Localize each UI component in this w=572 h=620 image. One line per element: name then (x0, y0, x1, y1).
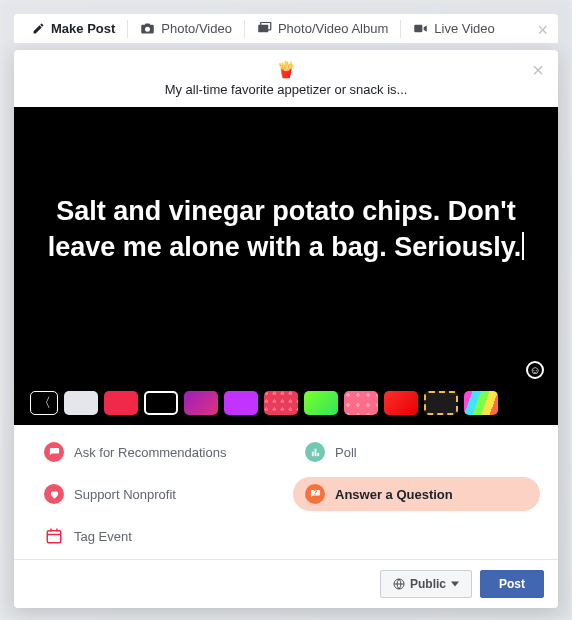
option-label: Support Nonprofit (74, 487, 176, 502)
option-recommendations[interactable]: Ask for Recommendations (32, 435, 279, 469)
tab-label: Photo/Video (161, 21, 232, 36)
svg-rect-5 (317, 452, 319, 455)
tabs-close-icon[interactable]: × (537, 20, 548, 41)
svg-rect-6 (47, 531, 61, 543)
camera-icon (140, 22, 155, 35)
swatch-7[interactable] (344, 391, 378, 415)
globe-icon (393, 578, 405, 590)
text-cursor (522, 232, 524, 260)
post-label: Post (499, 577, 525, 591)
poll-icon (305, 442, 325, 462)
calendar-icon (44, 526, 64, 546)
svg-rect-4 (314, 448, 316, 455)
composer-tabs: Make Post Photo/Video Photo/Video Album … (14, 14, 558, 44)
swatch-5[interactable] (264, 391, 298, 415)
tab-label: Live Video (434, 21, 494, 36)
chevron-down-icon (451, 580, 459, 588)
tab-label: Photo/Video Album (278, 21, 388, 36)
composer-modal: 🍟 My all-time favorite appetizer or snac… (14, 50, 558, 608)
fries-icon: 🍟 (54, 62, 518, 78)
option-nonprofit[interactable]: Support Nonprofit (32, 477, 279, 511)
tab-make-post[interactable]: Make Post (20, 14, 127, 44)
swatch-10[interactable] (464, 391, 498, 415)
swatch-2[interactable] (144, 391, 178, 415)
option-label: Ask for Recommendations (74, 445, 226, 460)
pencil-icon (32, 22, 45, 35)
svg-rect-2 (415, 25, 423, 33)
post-body-text[interactable]: Salt and vinegar potato chips. Don't lea… (34, 193, 538, 266)
swatch-0[interactable] (64, 391, 98, 415)
post-options: Ask for Recommendations Poll Support Non… (14, 425, 558, 559)
tab-album[interactable]: Photo/Video Album (245, 14, 400, 44)
swatch-8[interactable] (384, 391, 418, 415)
composer-footer: Public Post (14, 559, 558, 608)
option-label: Tag Event (74, 529, 132, 544)
privacy-button[interactable]: Public (380, 570, 472, 598)
swatch-9[interactable] (424, 391, 458, 415)
option-tag-event[interactable]: Tag Event (32, 519, 279, 553)
album-icon (257, 22, 272, 35)
nonprofit-icon (44, 484, 64, 504)
privacy-label: Public (410, 577, 446, 591)
tab-live-video[interactable]: Live Video (401, 14, 506, 44)
close-icon[interactable]: × (532, 60, 544, 80)
prompt-text: My all-time favorite appetizer or snack … (54, 82, 518, 97)
option-answer-question[interactable]: Answer a Question (293, 477, 540, 511)
tab-label: Make Post (51, 21, 115, 36)
question-icon (305, 484, 325, 504)
swatch-3[interactable] (184, 391, 218, 415)
prompt-header: 🍟 My all-time favorite appetizer or snac… (14, 50, 558, 107)
text-canvas[interactable]: Salt and vinegar potato chips. Don't lea… (14, 107, 558, 425)
swatch-1[interactable] (104, 391, 138, 415)
canvas-text-area[interactable]: Salt and vinegar potato chips. Don't lea… (14, 107, 558, 391)
swatch-6[interactable] (304, 391, 338, 415)
option-poll[interactable]: Poll (293, 435, 540, 469)
emoji-picker-icon[interactable]: ☺ (526, 361, 544, 379)
live-icon (413, 22, 428, 35)
option-label: Poll (335, 445, 357, 460)
svg-rect-0 (258, 25, 268, 33)
option-label: Answer a Question (335, 487, 453, 502)
recommendations-icon (44, 442, 64, 462)
background-swatches: 〈 (14, 391, 558, 425)
tab-photo-video[interactable]: Photo/Video (128, 14, 244, 44)
post-button[interactable]: Post (480, 570, 544, 598)
chevron-left-icon[interactable]: 〈 (30, 391, 58, 415)
svg-rect-3 (311, 451, 313, 456)
swatch-4[interactable] (224, 391, 258, 415)
